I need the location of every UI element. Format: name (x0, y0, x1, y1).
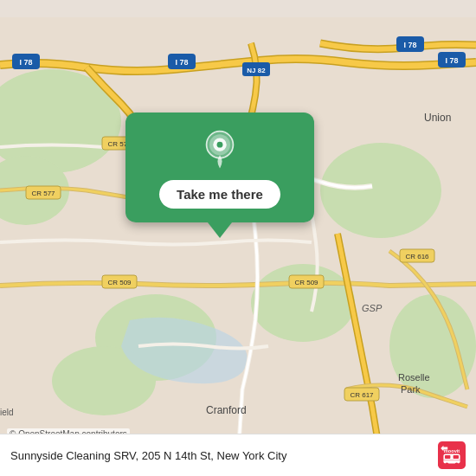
svg-text:Union: Union (424, 112, 451, 124)
svg-text:ield: ield (0, 408, 14, 417)
address-text: Sunnyside Cleaning SRV, 205 N 14th St, N… (10, 449, 286, 462)
svg-text:GSP: GSP (362, 303, 383, 313)
svg-rect-47 (453, 455, 459, 459)
svg-text:CR 509: CR 509 (107, 279, 132, 286)
svg-point-49 (455, 462, 459, 466)
svg-text:I 78: I 78 (175, 58, 188, 67)
svg-point-6 (320, 143, 441, 238)
svg-text:CR 617: CR 617 (350, 391, 374, 399)
svg-text:I 78: I 78 (19, 58, 32, 67)
moovit-logo: moovit (438, 441, 466, 469)
svg-text:CR 577: CR 577 (31, 190, 55, 197)
moovit-logo-icon: moovit (438, 441, 466, 469)
svg-point-7 (389, 294, 476, 398)
svg-text:I 78: I 78 (403, 41, 416, 49)
svg-text:Roselle: Roselle (398, 372, 430, 383)
svg-text:CR 509: CR 509 (294, 279, 318, 286)
pin-container: Take me there (125, 113, 314, 222)
svg-text:CR 616: CR 616 (405, 253, 429, 261)
cta-overlay: Take me there (125, 113, 314, 238)
bottom-bar: Sunnyside Cleaning SRV, 205 N 14th St, N… (0, 434, 476, 476)
take-me-there-button[interactable]: Take me there (159, 180, 280, 209)
svg-text:Park: Park (401, 384, 421, 395)
svg-text:I 78: I 78 (445, 56, 458, 65)
svg-text:Cranford: Cranford (206, 404, 247, 416)
svg-point-41 (217, 142, 223, 148)
svg-rect-50 (443, 460, 460, 461)
map-container: I 78 I 78 I 78 I 78 NJ 82 CR 577 CR 577 … (0, 0, 476, 476)
svg-text:NJ 82: NJ 82 (247, 67, 266, 74)
cta-pointer (208, 222, 232, 238)
svg-point-48 (445, 462, 448, 466)
location-pin-icon (199, 130, 241, 171)
svg-rect-46 (445, 455, 450, 459)
